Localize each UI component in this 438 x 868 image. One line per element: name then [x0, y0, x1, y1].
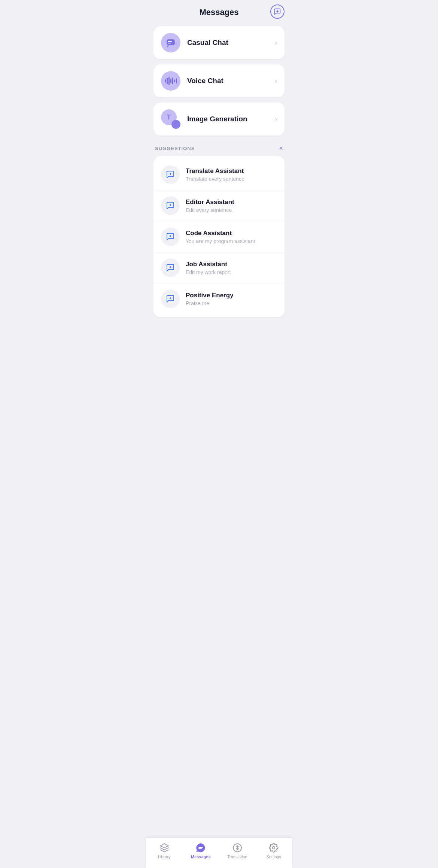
casual-chat-card[interactable]: Casual Chat ›	[153, 26, 285, 59]
main-content: Casual Chat › Voice Chat ›	[146, 23, 292, 355]
translate-assistant-subtitle: Translate every sentence	[186, 176, 277, 182]
page-title: Messages	[199, 7, 238, 17]
image-generation-card[interactable]: T Image Generation ›	[153, 103, 285, 136]
code-assistant-title: Code Assistant	[186, 230, 277, 237]
suggestions-header: SUGGESTIONS ×	[153, 141, 285, 156]
job-assistant-text: Job Assistant Edit my work report	[186, 261, 277, 275]
job-assistant-icon	[161, 258, 180, 277]
casual-chat-chevron: ›	[275, 39, 277, 47]
suggestions-card: Translate Assistant Translate every sent…	[153, 156, 285, 317]
voice-chat-label: Voice Chat	[187, 77, 275, 85]
editor-assistant-text: Editor Assistant Edit every sentence	[186, 198, 277, 213]
header: Messages	[146, 0, 292, 23]
code-assistant-icon	[161, 227, 180, 246]
voice-chat-chevron: ›	[275, 77, 277, 85]
suggestion-translate-assistant[interactable]: Translate Assistant Translate every sent…	[153, 159, 285, 190]
suggestion-code-assistant[interactable]: Code Assistant You are my program assist…	[153, 221, 285, 252]
translate-assistant-icon	[161, 165, 180, 184]
suggestions-close-button[interactable]: ×	[279, 145, 283, 152]
voice-chat-item[interactable]: Voice Chat ›	[153, 64, 285, 97]
editor-assistant-title: Editor Assistant	[186, 198, 277, 206]
editor-assistant-icon	[161, 196, 180, 215]
suggestions-label: SUGGESTIONS	[155, 146, 195, 151]
positive-energy-subtitle: Praise me	[186, 300, 277, 306]
suggestion-job-assistant[interactable]: Job Assistant Edit my work report	[153, 252, 285, 283]
translate-assistant-text: Translate Assistant Translate every sent…	[186, 167, 277, 182]
job-assistant-title: Job Assistant	[186, 261, 277, 268]
svg-rect-2	[167, 39, 175, 45]
image-generation-item[interactable]: T Image Generation ›	[153, 103, 285, 136]
voice-chat-icon	[161, 71, 180, 91]
positive-energy-title: Positive Energy	[186, 292, 277, 299]
code-assistant-subtitle: You are my program assistant	[186, 238, 277, 244]
casual-chat-item[interactable]: Casual Chat ›	[153, 26, 285, 59]
suggestion-editor-assistant[interactable]: Editor Assistant Edit every sentence	[153, 190, 285, 221]
positive-energy-text: Positive Energy Praise me	[186, 292, 277, 306]
image-generation-icon: T	[161, 109, 180, 129]
positive-energy-icon	[161, 289, 180, 308]
code-assistant-text: Code Assistant You are my program assist…	[186, 230, 277, 244]
casual-chat-icon	[161, 33, 180, 52]
image-generation-chevron: ›	[275, 115, 277, 123]
suggestion-positive-energy[interactable]: Positive Energy Praise me	[153, 283, 285, 314]
image-generation-label: Image Generation	[187, 115, 275, 123]
voice-chat-card[interactable]: Voice Chat ›	[153, 64, 285, 97]
casual-chat-label: Casual Chat	[187, 39, 275, 47]
job-assistant-subtitle: Edit my work report	[186, 269, 277, 275]
new-chat-button[interactable]	[270, 4, 285, 19]
editor-assistant-subtitle: Edit every sentence	[186, 207, 277, 213]
translate-assistant-title: Translate Assistant	[186, 167, 277, 175]
